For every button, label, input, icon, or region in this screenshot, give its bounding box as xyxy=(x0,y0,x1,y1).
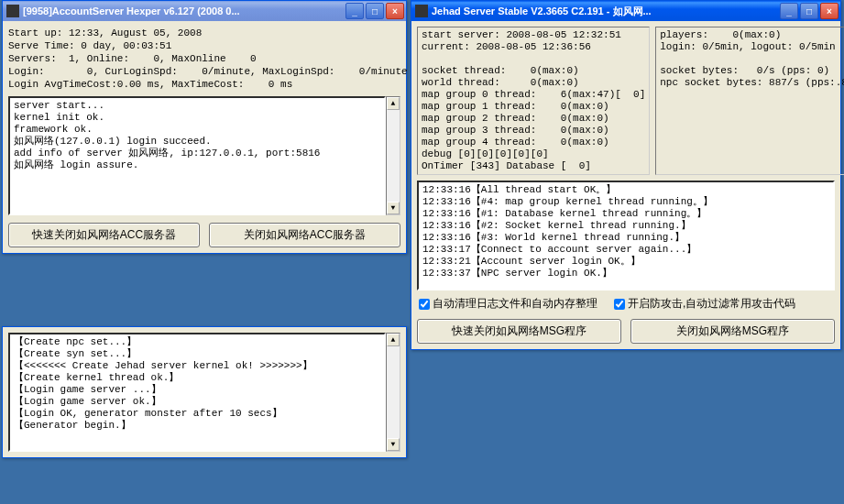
app-icon xyxy=(6,5,19,17)
log-panel[interactable]: 【Create npc set...】 【Create syn set...】 … xyxy=(8,333,386,452)
fast-close-msg-button[interactable]: 快速关闭如风网络MSG程序 xyxy=(417,319,621,344)
title-text: Jehad Server Stable V2.3665 C2.191 - 如风网… xyxy=(432,5,780,18)
server-info: Start up: 12:33, August 05, 2008 Serve T… xyxy=(8,27,400,91)
maximize-button[interactable]: □ xyxy=(366,3,384,19)
log-panel[interactable]: server start... kernel init ok. framewor… xyxy=(8,96,386,215)
scroll-up-icon[interactable]: ▲ xyxy=(387,97,400,110)
close-button[interactable]: × xyxy=(386,3,404,19)
titlebar[interactable]: Jehad Server Stable V2.3665 C2.191 - 如风网… xyxy=(411,1,840,21)
scroll-down-icon[interactable]: ▼ xyxy=(387,438,400,451)
auto-clean-input[interactable] xyxy=(419,299,430,310)
defense-checkbox[interactable]: 开启防攻击,自动过滤常用攻击代码 xyxy=(614,296,795,312)
app-icon xyxy=(415,5,428,17)
npc-log-window: 【Create npc set...】 【Create syn set...】 … xyxy=(2,326,407,458)
close-button[interactable]: × xyxy=(820,3,839,19)
scroll-down-icon[interactable]: ▼ xyxy=(387,202,400,214)
fast-close-acc-button[interactable]: 快速关闭如风网络ACC服务器 xyxy=(8,223,200,247)
jehad-server-window: Jehad Server Stable V2.3665 C2.191 - 如风网… xyxy=(411,0,841,350)
minimize-button[interactable]: _ xyxy=(780,3,798,19)
title-text: [9958]AccountServer Hexper v6.127 (2008 … xyxy=(23,5,345,16)
scrollbar[interactable]: ▲ ▼ xyxy=(386,333,400,452)
close-acc-button[interactable]: 关闭如风网络ACC服务器 xyxy=(209,223,400,247)
scroll-up-icon[interactable]: ▲ xyxy=(387,334,400,346)
titlebar[interactable]: [9958]AccountServer Hexper v6.127 (2008 … xyxy=(3,1,406,21)
close-msg-button[interactable]: 关闭如风网络MSG程序 xyxy=(630,319,835,344)
stats-left-panel: start server: 2008-08-05 12:32:51 curren… xyxy=(417,27,650,175)
maximize-button[interactable]: □ xyxy=(800,3,818,19)
log-panel[interactable]: 12:33:16【All thread start OK。】 12:33:16【… xyxy=(417,181,835,290)
minimize-button[interactable]: _ xyxy=(345,3,364,19)
scrollbar[interactable]: ▲ ▼ xyxy=(386,96,400,215)
defense-input[interactable] xyxy=(614,299,625,310)
auto-clean-checkbox[interactable]: 自动清理日志文件和自动内存整理 xyxy=(419,296,597,312)
stats-right-panel: players: 0(max:0) login: 0/5min, logout:… xyxy=(655,27,844,175)
account-server-window: [9958]AccountServer Hexper v6.127 (2008 … xyxy=(2,0,407,254)
